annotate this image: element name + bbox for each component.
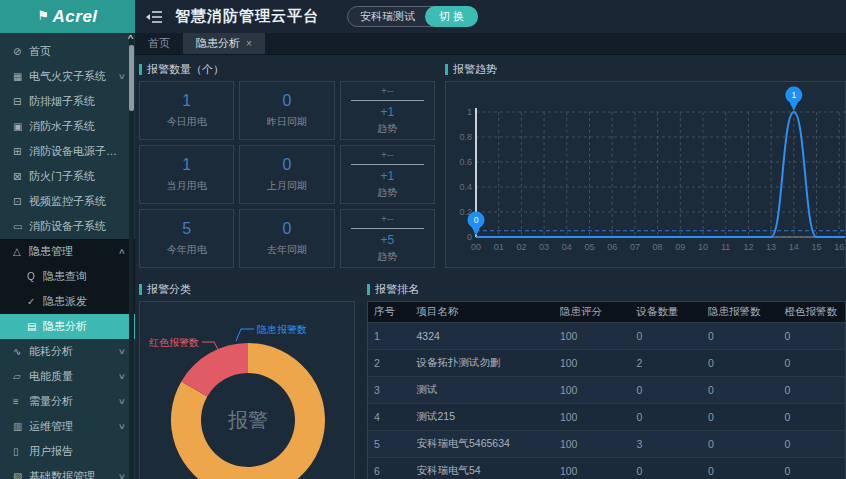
stat-card-current: 1今日用电 <box>139 81 234 140</box>
svg-text:03: 03 <box>539 242 549 252</box>
sidebar-scrollbar-thumb[interactable] <box>129 45 134 111</box>
sidebar-item-label: 电气火灾子系统 <box>29 69 119 84</box>
sidebar-item[interactable]: Q隐患查询 <box>0 264 135 289</box>
sidebar-item[interactable]: ∿能耗分析∨ <box>0 339 135 364</box>
sidebar-item-label: 隐患派发 <box>43 294 127 309</box>
sidebar-item-label: 电能质量 <box>29 369 119 384</box>
sidebar-scrollbar[interactable]: ∧ <box>129 33 134 479</box>
sidebar-item-label: 防火门子系统 <box>29 169 127 184</box>
svg-text:01: 01 <box>494 242 504 252</box>
bar-chart-icon: ▦ <box>13 71 29 82</box>
sidebar-item-active[interactable]: ▤隐患分析 <box>0 314 135 339</box>
trend-top-value: +-- <box>381 149 394 160</box>
scrollbar-up-arrow[interactable]: ∧ <box>126 33 134 41</box>
sidebar-item-label: 消防水子系统 <box>29 119 127 134</box>
power-system-icon: ⊞ <box>13 146 29 157</box>
card-label: 今日用电 <box>167 115 207 129</box>
sidebar-item-label: 隐患分析 <box>43 319 127 334</box>
table-cell: 0 <box>779 431 846 458</box>
sidebar-item-label: 视频监控子系统 <box>29 194 127 209</box>
collapse-sidebar-icon[interactable] <box>145 10 163 24</box>
sidebar-item[interactable]: ▯用户报告 <box>0 439 135 464</box>
table-row: 6安科瑞电气54100000 <box>368 458 846 479</box>
table-row: 3测试100000 <box>368 377 846 404</box>
smoke-system-icon: ⊟ <box>13 96 29 107</box>
tenant-name: 安科瑞测试 <box>360 9 415 24</box>
table-cell: 0 <box>630 323 702 350</box>
svg-text:11: 11 <box>721 242 730 252</box>
card-label: 上月同期 <box>267 179 307 193</box>
svg-text:06: 06 <box>607 242 617 252</box>
alarm-trend-chart: 00.20.40.60.8100010203040506070809101112… <box>445 81 846 268</box>
sidebar-item[interactable]: ⊟防排烟子系统 <box>0 89 135 114</box>
sidebar-item-label: 运维管理 <box>29 419 119 434</box>
svg-text:02: 02 <box>516 242 526 252</box>
svg-text:15: 15 <box>811 242 821 252</box>
sidebar-item[interactable]: ≡需量分析∨ <box>0 389 135 414</box>
card-label: 去年同期 <box>267 243 307 257</box>
sidebar-item[interactable]: ▭消防设备子系统 <box>0 214 135 239</box>
stat-card-compare: 0上月同期 <box>239 145 334 204</box>
table-cell: 3 <box>368 377 411 404</box>
sidebar-item[interactable]: ▧基础数据管理∨ <box>0 464 135 479</box>
tab-close-icon[interactable]: × <box>246 38 252 49</box>
table-cell: 0 <box>630 404 702 431</box>
switch-tenant-button[interactable]: 切 换 <box>425 6 478 27</box>
table-row: 4测试215100000 <box>368 404 846 431</box>
svg-text:1: 1 <box>791 90 796 100</box>
sidebar-item[interactable]: ▥运维管理∨ <box>0 414 135 439</box>
tab-item[interactable]: 首页 <box>135 33 183 54</box>
sidebar-item[interactable]: ⊠防火门子系统 <box>0 164 135 189</box>
trend-value: +1 <box>380 105 394 119</box>
svg-text:13: 13 <box>766 242 776 252</box>
title-accent-bar <box>139 64 142 75</box>
table-cell: 100 <box>554 323 630 350</box>
chevron-down-icon: ∨ <box>118 422 126 431</box>
sidebar-item[interactable]: ⊞消防设备电源子系统 <box>0 139 135 164</box>
card-label: 当月用电 <box>167 179 207 193</box>
stat-card-current: 5今年用电 <box>139 209 234 268</box>
video-monitor-icon: ⊡ <box>13 196 29 207</box>
search-icon: Q <box>27 271 43 282</box>
table-cell: 2 <box>630 350 702 377</box>
trend-line-chart-svg: 00.20.40.60.8100010203040506070809101112… <box>446 82 846 267</box>
table-row: 2设备拓扑测试勿删100200 <box>368 350 846 377</box>
tenant-switcher: 安科瑞测试 切 换 <box>347 6 478 27</box>
warning-triangle-icon: △ <box>13 246 29 257</box>
sidebar-item[interactable]: ▦电气火灾子系统∨ <box>0 64 135 89</box>
card-value: 0 <box>283 156 292 174</box>
sidebar-item[interactable]: ✓隐患派发 <box>0 289 135 314</box>
alarm-ranking-table: 序号项目名称隐患评分设备数量隐患报警数橙色报警数 143241000002设备拓… <box>367 301 846 479</box>
table-cell: 3 <box>630 431 702 458</box>
sidebar-item[interactable]: ▱电能质量∨ <box>0 364 135 389</box>
chevron-down-icon: ∨ <box>118 372 126 381</box>
sidebar-item[interactable]: ⊡视频监控子系统 <box>0 189 135 214</box>
sidebar-item-label: 能耗分析 <box>29 344 119 359</box>
classify-donut-svg: 隐患报警数 红色报警数报警 <box>140 302 354 479</box>
tab-active[interactable]: 隐患分析× <box>183 33 265 54</box>
table-cell: 4324 <box>411 323 554 350</box>
svg-text:08: 08 <box>653 242 663 252</box>
table-cell: 0 <box>779 458 846 479</box>
card-value: 5 <box>182 220 191 238</box>
sidebar-item[interactable]: ▣消防水子系统 <box>0 114 135 139</box>
sidebar: ⚑ Acrel ⊘首页▦电气火灾子系统∨⊟防排烟子系统▣消防水子系统⊞消防设备电… <box>0 0 135 479</box>
trend-top-value: +-- <box>381 213 394 224</box>
table-cell: 0 <box>779 323 846 350</box>
table-cell: 0 <box>702 323 778 350</box>
donut-label-red-alarm: 红色报警数 <box>149 337 199 348</box>
table-cell: 4 <box>368 404 411 431</box>
table-row: 5安科瑞电气5465634100300 <box>368 431 846 458</box>
brand-name: Acrel <box>53 7 98 27</box>
chevron-down-icon: ∨ <box>118 397 126 406</box>
donut-center-label: 报警 <box>228 409 268 431</box>
stat-card-trend: +--+1趋势 <box>340 145 435 204</box>
chevron-down-icon: ∨ <box>118 72 126 81</box>
table-cell: 100 <box>554 458 630 479</box>
sidebar-item[interactable]: ⊘首页 <box>0 39 135 64</box>
home-icon: ⊘ <box>13 46 29 57</box>
column-header: 隐患评分 <box>554 302 630 323</box>
sidebar-item[interactable]: △隐患管理∧ <box>0 239 135 264</box>
sidebar-item-label: 需量分析 <box>29 394 119 409</box>
table-cell: 安科瑞电气5465634 <box>411 431 554 458</box>
